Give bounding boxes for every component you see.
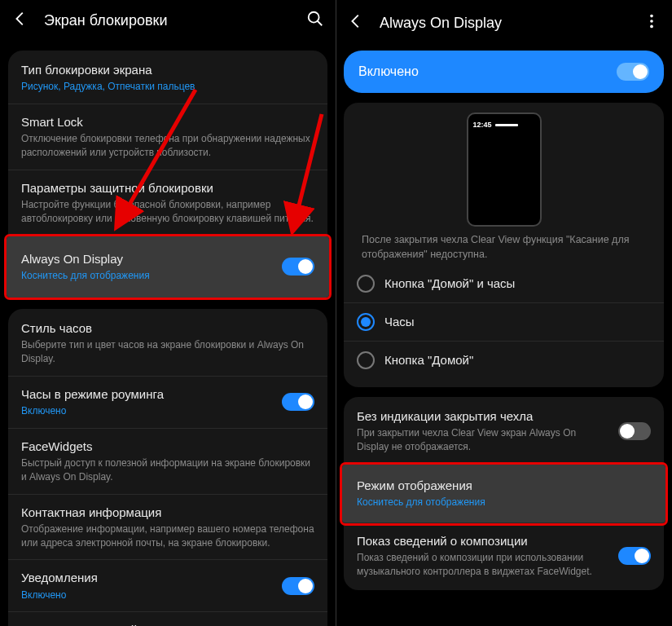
enabled-label: Включено bbox=[358, 64, 419, 79]
back-icon[interactable] bbox=[11, 10, 29, 31]
display-mode-label: Режим отображения bbox=[357, 478, 651, 494]
aod-sub: Коснитесь для отображения bbox=[21, 269, 272, 283]
page-title: Экран блокировки bbox=[44, 12, 292, 29]
roaming-clock-label: Часы в режиме роуминга bbox=[21, 386, 272, 403]
track-info-label: Показ сведений о композиции bbox=[357, 533, 608, 549]
track-info-sub: Показ сведений о композиции при использо… bbox=[357, 551, 608, 579]
radio-home[interactable]: Кнопка "Домой" bbox=[344, 342, 664, 379]
aod-toggle[interactable] bbox=[282, 258, 314, 276]
enabled-bar[interactable]: Включено bbox=[344, 51, 664, 93]
face-widgets-sub: Быстрый доступ к полезной информации на … bbox=[21, 456, 314, 484]
enabled-toggle[interactable] bbox=[617, 63, 649, 81]
radio-home-clock-label: Кнопка "Домой" и часы bbox=[384, 276, 515, 292]
group-display: Стиль часов Выберите тип и цвет часов на… bbox=[8, 309, 327, 626]
radio-home-and-clock[interactable]: Кнопка "Домой" и часы bbox=[344, 265, 664, 303]
secure-lock-sub: Настройте функции безопасной блокировки,… bbox=[21, 198, 314, 226]
item-no-indication[interactable]: Без индикации закрытия чехла При закрыти… bbox=[344, 399, 664, 465]
group-lock: Тип блокировки экрана Рисунок, Радужка, … bbox=[8, 51, 327, 299]
screen-aod-settings: Always On Display Включено 12:45 После з… bbox=[336, 0, 672, 626]
item-aod[interactable]: Always On Display Коснитесь для отображе… bbox=[7, 236, 329, 298]
radio-icon bbox=[357, 351, 375, 369]
aod-label: Always On Display bbox=[21, 251, 272, 267]
app-shortcuts-label: Ярлыки приложений bbox=[21, 622, 314, 626]
preview-bar-icon bbox=[495, 124, 518, 126]
contact-info-label: Контактная информация bbox=[21, 505, 314, 521]
search-icon[interactable] bbox=[306, 10, 324, 31]
clock-style-label: Стиль часов bbox=[21, 320, 314, 337]
notifications-toggle[interactable] bbox=[282, 577, 314, 595]
clearview-hint: После закрытия чехла Clear View функция … bbox=[362, 233, 646, 262]
more-icon[interactable] bbox=[643, 12, 661, 33]
smart-lock-sub: Отключение блокировки телефона при обнар… bbox=[21, 132, 314, 160]
no-indication-label: Без индикации закрытия чехла bbox=[357, 408, 608, 425]
aod-scroll: Включено 12:45 После закрытия чехла Clea… bbox=[336, 41, 672, 626]
back-icon[interactable] bbox=[347, 12, 365, 33]
item-display-mode[interactable]: Режим отображения Коснитесь для отображе… bbox=[342, 465, 665, 523]
settings-scroll: Тип блокировки экрана Рисунок, Радужка, … bbox=[0, 41, 336, 626]
face-widgets-label: FaceWidgets bbox=[21, 439, 314, 455]
no-indication-toggle[interactable] bbox=[618, 422, 651, 440]
secure-lock-label: Параметры защитной блокировки bbox=[21, 180, 314, 196]
item-app-shortcuts[interactable]: Ярлыки приложений Выберите приложения, к… bbox=[8, 612, 327, 626]
item-notifications[interactable]: Уведомления Включено bbox=[8, 560, 327, 612]
item-lock-type[interactable]: Тип блокировки экрана Рисунок, Радужка, … bbox=[8, 52, 327, 104]
track-info-toggle[interactable] bbox=[618, 547, 651, 565]
notifications-sub: Включено bbox=[21, 589, 272, 602]
contact-info-sub: Отображение информации, например вашего … bbox=[21, 522, 314, 550]
item-track-info[interactable]: Показ сведений о композиции Показ сведен… bbox=[344, 523, 664, 589]
group-aod-options: Без индикации закрытия чехла При закрыти… bbox=[344, 397, 664, 590]
item-secure-lock[interactable]: Параметры защитной блокировки Настройте … bbox=[8, 170, 327, 236]
notifications-label: Уведомления bbox=[21, 570, 272, 586]
svg-point-4 bbox=[650, 15, 653, 18]
display-mode-sub: Коснитесь для отображения bbox=[357, 496, 651, 509]
group-preview-radio: 12:45 После закрытия чехла Clear View фу… bbox=[344, 103, 664, 387]
header-aod: Always On Display bbox=[336, 0, 672, 41]
screen-lockscreen-settings: Экран блокировки Тип блокировки экрана Р… bbox=[0, 0, 336, 626]
preview-time: 12:45 bbox=[473, 121, 492, 129]
item-clock-style[interactable]: Стиль часов Выберите тип и цвет часов на… bbox=[8, 311, 327, 377]
roaming-clock-toggle[interactable] bbox=[282, 393, 314, 411]
radio-home-label: Кнопка "Домой" bbox=[384, 352, 473, 368]
clock-style-sub: Выберите тип и цвет часов на экране блок… bbox=[21, 338, 314, 366]
svg-point-5 bbox=[650, 20, 653, 23]
page-title-aod: Always On Display bbox=[380, 15, 628, 32]
item-face-widgets[interactable]: FaceWidgets Быстрый доступ к полезной ин… bbox=[8, 429, 327, 495]
screenshot-divider bbox=[336, 0, 336, 626]
svg-point-6 bbox=[650, 25, 653, 29]
header: Экран блокировки bbox=[0, 0, 336, 41]
radio-icon bbox=[357, 275, 375, 293]
item-smart-lock[interactable]: Smart Lock Отключение блокировки телефон… bbox=[8, 104, 327, 170]
item-roaming-clock[interactable]: Часы в режиме роуминга Включено bbox=[8, 377, 327, 429]
lock-type-sub: Рисунок, Радужка, Отпечатки пальцев bbox=[21, 80, 314, 94]
no-indication-sub: При закрытии чехла Clear View экран Alwa… bbox=[357, 426, 608, 454]
smart-lock-label: Smart Lock bbox=[21, 114, 314, 130]
item-contact-info[interactable]: Контактная информация Отображение информ… bbox=[8, 495, 327, 561]
svg-line-1 bbox=[318, 21, 323, 26]
roaming-clock-sub: Включено bbox=[21, 404, 272, 418]
radio-clock-label: Часы bbox=[384, 314, 415, 330]
aod-preview: 12:45 bbox=[467, 112, 542, 227]
radio-clock[interactable]: Часы bbox=[344, 303, 664, 342]
lock-type-label: Тип блокировки экрана bbox=[21, 62, 314, 78]
radio-icon-selected bbox=[357, 313, 375, 331]
svg-point-0 bbox=[309, 12, 319, 23]
